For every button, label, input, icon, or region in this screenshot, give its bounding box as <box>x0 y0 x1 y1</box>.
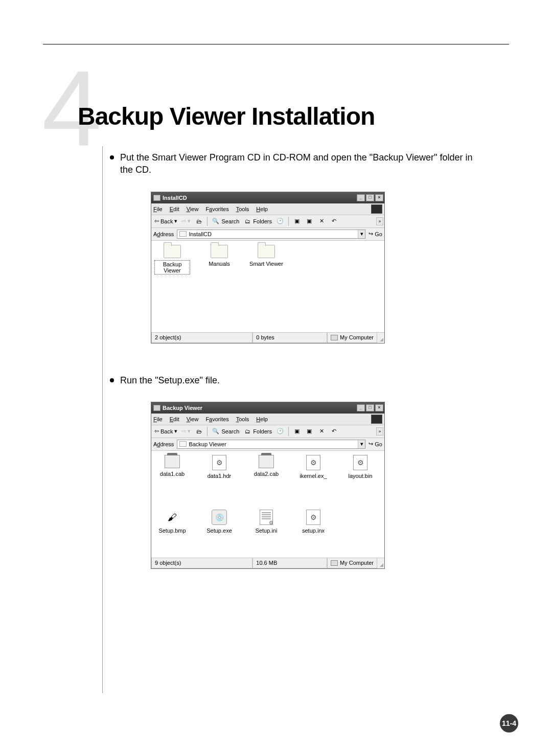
undo-button[interactable]: ↶ <box>329 217 339 226</box>
folder-backup-viewer[interactable]: Backup Viewer <box>154 245 190 274</box>
address-input[interactable]: Backup Viewer ▾ <box>177 440 365 449</box>
generic-file-icon <box>306 455 320 470</box>
back-label: Back <box>160 428 173 434</box>
history-button[interactable]: 🕑 <box>275 427 285 436</box>
folder-manuals[interactable]: Manuals <box>201 245 237 267</box>
file-layout-bin[interactable]: layout.bin <box>342 455 378 479</box>
close-button[interactable]: × <box>375 194 383 201</box>
minimize-button[interactable]: _ <box>357 404 365 411</box>
menubar: File Edit View Favorites Tools Help <box>151 414 384 425</box>
move-to-button[interactable]: ▣ <box>292 217 302 226</box>
menu-edit[interactable]: Edit <box>170 206 179 212</box>
forward-button[interactable]: ⇨▾ <box>180 217 192 225</box>
menu-file[interactable]: File <box>153 416 163 422</box>
file-setup-bmp[interactable]: 🖌Setup.bmp <box>154 510 190 534</box>
status-location-text: My Computer <box>340 334 374 340</box>
generic-file-icon <box>212 455 226 470</box>
address-dropdown-button[interactable]: ▾ <box>358 230 365 238</box>
back-dropdown-icon[interactable]: ▾ <box>174 428 177 434</box>
resize-grip-icon[interactable]: ◢ <box>377 558 384 568</box>
folders-label: Folders <box>253 218 272 224</box>
address-label: Address <box>153 441 174 447</box>
menu-tools[interactable]: Tools <box>236 206 249 212</box>
address-value: Backup Viewer <box>189 441 226 447</box>
file-data1-hdr[interactable]: data1.hdr <box>201 455 237 479</box>
bullet-dot-icon <box>110 378 114 382</box>
file-ikernel-ex[interactable]: ikernel.ex_ <box>295 455 331 479</box>
status-location: My Computer <box>327 333 377 343</box>
delete-button[interactable]: ✕ <box>316 427 327 436</box>
address-dropdown-button[interactable]: ▾ <box>358 440 365 448</box>
file-setup-exe[interactable]: Setup.exe <box>201 510 237 534</box>
file-data2-cab[interactable]: data2.cab <box>248 455 284 477</box>
menu-view[interactable]: View <box>187 416 199 422</box>
undo-button[interactable]: ↶ <box>329 427 339 436</box>
resize-grip-icon[interactable]: ◢ <box>377 333 384 343</box>
folders-icon: 🗂 <box>243 427 251 436</box>
file-label: setup.inx <box>301 527 326 534</box>
explorer-window-installcd: InstallCD _ □ × File Edit View Favorites… <box>151 192 385 343</box>
file-pane[interactable]: data1.cab data1.hdr data2.cab ikernel.ex… <box>151 451 384 558</box>
minimize-button[interactable]: _ <box>357 194 365 201</box>
generic-file-icon <box>353 455 367 470</box>
copy-to-icon: ▣ <box>305 427 313 436</box>
folder-smart-viewer[interactable]: Smart Viewer <box>248 245 284 267</box>
search-icon: 🔍 <box>212 217 220 225</box>
address-input[interactable]: InstallCD ▾ <box>177 230 365 239</box>
menu-file[interactable]: File <box>153 206 163 212</box>
menu-favorites[interactable]: Favorites <box>205 206 228 212</box>
move-to-icon: ▣ <box>293 217 301 225</box>
menu-favorites[interactable]: Favorites <box>205 416 228 422</box>
menu-help[interactable]: Help <box>256 416 268 422</box>
up-folder-icon: 🗁 <box>195 217 203 225</box>
titlebar[interactable]: Backup Viewer _ □ × <box>151 402 384 414</box>
file-label: data1.cab <box>159 470 186 477</box>
go-button[interactable]: ↪ Go <box>369 231 382 237</box>
titlebar[interactable]: InstallCD _ □ × <box>151 192 384 203</box>
file-pane[interactable]: Backup Viewer Manuals Smart Viewer <box>151 241 384 333</box>
copy-to-button[interactable]: ▣ <box>304 427 314 436</box>
status-size: 0 bytes <box>252 333 327 343</box>
forward-button[interactable]: ⇨▾ <box>180 427 192 435</box>
search-button[interactable]: 🔍Search <box>211 217 240 226</box>
up-button[interactable]: 🗁 <box>194 217 204 226</box>
search-button[interactable]: 🔍Search <box>211 427 240 436</box>
menu-view[interactable]: View <box>187 206 199 212</box>
menu-tools[interactable]: Tools <box>236 416 249 422</box>
maximize-button[interactable]: □ <box>366 404 374 411</box>
maximize-button[interactable]: □ <box>366 194 374 201</box>
status-bar: 9 object(s) 10.6 MB My Computer ◢ <box>151 558 384 568</box>
history-icon: 🕑 <box>276 427 284 436</box>
file-setup-ini[interactable]: Setup.ini <box>248 510 284 534</box>
file-label: ikernel.ex_ <box>298 472 328 479</box>
back-button[interactable]: ⇦ Back ▾ <box>153 427 178 435</box>
toolbar-overflow-button[interactable]: » <box>376 217 383 225</box>
history-button[interactable]: 🕑 <box>275 217 285 226</box>
file-data1-cab[interactable]: data1.cab <box>154 455 190 477</box>
file-label: Setup.ini <box>255 527 279 534</box>
status-location: My Computer <box>327 558 377 568</box>
toolbar-separator <box>207 217 208 226</box>
copy-to-button[interactable]: ▣ <box>304 217 314 226</box>
cab-icon <box>165 455 180 468</box>
move-to-button[interactable]: ▣ <box>292 427 302 436</box>
toolbar-separator-2 <box>288 427 289 436</box>
file-setup-inx[interactable]: setup.inx <box>295 510 331 534</box>
explorer-window-backup-viewer: Backup Viewer _ □ × File Edit View Favor… <box>151 402 385 569</box>
folders-button[interactable]: 🗂Folders <box>242 217 273 226</box>
go-button[interactable]: ↪ Go <box>369 441 382 447</box>
delete-icon: ✕ <box>317 427 326 436</box>
file-label: Manuals <box>208 260 231 267</box>
folder-icon <box>258 245 275 258</box>
search-label: Search <box>221 218 239 224</box>
close-button[interactable]: × <box>375 404 383 411</box>
up-button[interactable]: 🗁 <box>194 427 204 436</box>
menu-edit[interactable]: Edit <box>170 416 179 422</box>
back-button[interactable]: ⇦ Back ▾ <box>153 217 178 225</box>
back-dropdown-icon[interactable]: ▾ <box>174 218 177 224</box>
delete-button[interactable]: ✕ <box>316 217 327 226</box>
file-label: layout.bin <box>347 472 373 479</box>
folders-button[interactable]: 🗂Folders <box>242 427 273 436</box>
toolbar-overflow-button[interactable]: » <box>376 427 383 436</box>
menu-help[interactable]: Help <box>256 206 268 212</box>
